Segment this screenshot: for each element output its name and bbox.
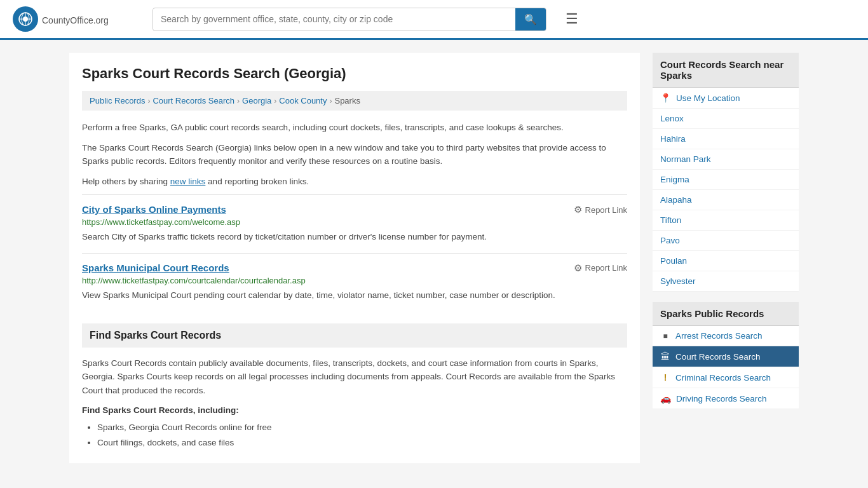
- driving-records-icon: 🚗: [660, 393, 671, 403]
- sidebar: Court Records Search near Sparks 📍 Use M…: [653, 53, 799, 463]
- nearby-hahira-label: Hahira: [660, 134, 686, 144]
- search-button[interactable]: 🔍: [515, 8, 546, 30]
- report-link-1[interactable]: ⚙ Report Link: [574, 204, 627, 215]
- description-1: Perform a free Sparks, GA public court r…: [82, 121, 627, 135]
- header: CountyOffice.org 🔍 ☰: [0, 0, 868, 40]
- nearby-pavo-label: Pavo: [660, 236, 680, 245]
- find-list-item-2: Court filings, dockets, and case files: [97, 435, 627, 451]
- hamburger-menu-button[interactable]: ☰: [566, 11, 578, 27]
- breadcrumb-sep-4: ›: [329, 97, 332, 105]
- logo-suffix: .org: [93, 15, 109, 25]
- sidebar-arrest-records[interactable]: ■ Arrest Records Search: [653, 326, 799, 346]
- sidebar-criminal-records[interactable]: ! Criminal Records Search: [653, 367, 799, 388]
- logo-text: CountyOffice.org: [42, 12, 109, 27]
- nearby-tifton-label: Tifton: [660, 215, 681, 225]
- logo-name: CountyOffice: [42, 15, 93, 25]
- desc3-prefix: Help others by sharing: [82, 177, 170, 186]
- sidebar-nearby-tifton[interactable]: Tifton: [653, 210, 799, 231]
- logo-icon: [13, 6, 38, 32]
- sidebar-public-records-title: Sparks Public Records: [653, 302, 799, 326]
- location-icon: 📍: [660, 93, 671, 103]
- nearby-poulan-label: Poulan: [660, 256, 687, 266]
- breadcrumb-sep-3: ›: [274, 97, 276, 105]
- resource-url-1[interactable]: https://www.ticketfastpay.com/welcome.as…: [82, 217, 627, 227]
- breadcrumb-public-records[interactable]: Public Records: [90, 96, 145, 105]
- sidebar-nearby-sylvester[interactable]: Sylvester: [653, 271, 799, 292]
- sidebar-use-my-location[interactable]: 📍 Use My Location: [653, 88, 799, 109]
- find-list: Sparks, Georgia Court Records online for…: [82, 420, 627, 451]
- court-records-icon: 🏛: [660, 351, 670, 362]
- sidebar-court-records[interactable]: 🏛 Court Records Search: [653, 346, 799, 367]
- breadcrumb-cook-county[interactable]: Cook County: [279, 96, 327, 105]
- nearby-lenox-label: Lenox: [660, 114, 684, 123]
- sidebar-driving-records[interactable]: 🚗 Driving Records Search: [653, 388, 799, 409]
- breadcrumb-court-records[interactable]: Court Records Search: [153, 96, 234, 105]
- resource-card-1: City of Sparks Online Payments ⚙ Report …: [82, 194, 627, 252]
- resource-desc-2: View Sparks Municipal Court pending cour…: [82, 289, 627, 302]
- resource-header-1: City of Sparks Online Payments ⚙ Report …: [82, 204, 627, 217]
- sidebar-nearby-lenox[interactable]: Lenox: [653, 109, 799, 129]
- resource-title-1[interactable]: City of Sparks Online Payments: [82, 204, 226, 215]
- breadcrumb-georgia[interactable]: Georgia: [242, 96, 271, 105]
- nearby-norman-park-label: Norman Park: [660, 154, 711, 164]
- driving-records-label: Driving Records Search: [676, 394, 767, 403]
- report-link-2[interactable]: ⚙ Report Link: [574, 262, 627, 274]
- sidebar-nearby-enigma[interactable]: Enigma: [653, 170, 799, 190]
- resource-card-2: Sparks Municipal Court Records ⚙ Report …: [82, 253, 627, 311]
- find-list-item-1: Sparks, Georgia Court Records online for…: [97, 420, 627, 435]
- main-container: Sparks Court Records Search (Georgia) Pu…: [59, 40, 809, 476]
- find-description: Sparks Court Records contain publicly av…: [82, 356, 627, 398]
- description-2: The Sparks Court Records Search (Georgia…: [82, 141, 627, 168]
- new-links-link[interactable]: new links: [170, 177, 206, 186]
- report-label-2: Report Link: [585, 263, 627, 273]
- sidebar-nearby-poulan[interactable]: Poulan: [653, 251, 799, 271]
- breadcrumb: Public Records › Court Records Search › …: [82, 91, 627, 111]
- breadcrumb-sparks: Sparks: [334, 96, 360, 105]
- sidebar-nearby-pavo[interactable]: Pavo: [653, 231, 799, 251]
- resource-url-2[interactable]: http://www.ticketfastpay.com/courtcalend…: [82, 276, 627, 285]
- sidebar-nearby-alapaha[interactable]: Alapaha: [653, 190, 799, 210]
- sidebar-public-records-section: Sparks Public Records ■ Arrest Records S…: [653, 302, 799, 409]
- logo-area: CountyOffice.org: [13, 6, 140, 32]
- arrest-records-icon: ■: [660, 332, 670, 341]
- resource-title-2[interactable]: Sparks Municipal Court Records: [82, 262, 229, 273]
- nearby-enigma-label: Enigma: [660, 175, 689, 184]
- breadcrumb-sep-1: ›: [147, 97, 150, 105]
- search-input[interactable]: [153, 9, 515, 29]
- nearby-sylvester-label: Sylvester: [660, 276, 696, 286]
- breadcrumb-sep-2: ›: [237, 97, 240, 105]
- desc3-suffix: and reporting broken links.: [205, 177, 309, 186]
- sidebar-nearby-hahira[interactable]: Hahira: [653, 129, 799, 149]
- search-icon: 🔍: [524, 14, 537, 25]
- resource-desc-1: Search City of Sparks traffic tickets re…: [82, 231, 627, 243]
- find-subheading: Find Sparks Court Records, including:: [82, 405, 627, 415]
- criminal-records-icon: !: [660, 372, 670, 383]
- sidebar-nearby-title: Court Records Search near Sparks: [653, 53, 799, 88]
- criminal-records-label: Criminal Records Search: [675, 373, 771, 383]
- arrest-records-label: Arrest Records Search: [675, 331, 763, 341]
- hamburger-icon: ☰: [566, 11, 578, 27]
- report-icon-1: ⚙: [574, 204, 582, 215]
- search-bar: 🔍: [153, 8, 546, 31]
- page-title: Sparks Court Records Search (Georgia): [82, 65, 627, 82]
- nearby-alapaha-label: Alapaha: [660, 195, 692, 205]
- court-records-label: Court Records Search: [675, 352, 761, 362]
- report-label-1: Report Link: [585, 205, 627, 215]
- use-my-location-label: Use My Location: [676, 93, 740, 103]
- resource-header-2: Sparks Municipal Court Records ⚙ Report …: [82, 262, 627, 276]
- description-3: Help others by sharing new links and rep…: [82, 175, 627, 189]
- content-area: Sparks Court Records Search (Georgia) Pu…: [69, 53, 640, 463]
- sidebar-nearby-norman-park[interactable]: Norman Park: [653, 149, 799, 170]
- sidebar-nearby-section: Court Records Search near Sparks 📍 Use M…: [653, 53, 799, 292]
- find-section-header: Find Sparks Court Records: [82, 323, 627, 348]
- report-icon-2: ⚙: [574, 262, 582, 274]
